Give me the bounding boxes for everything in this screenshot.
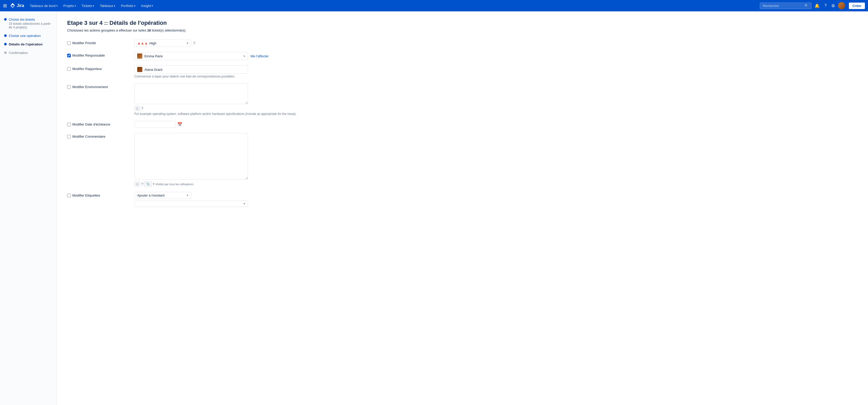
environnement-textarea[interactable] xyxy=(134,84,248,104)
search-bar[interactable]: Recherche 🔍 xyxy=(760,3,811,9)
chevron-down-icon: ▾ xyxy=(56,4,58,7)
reporter-name: Alana Grant xyxy=(145,68,162,71)
form-row-rapporteur: Modifier Rapporteur Alana Grant Commence… xyxy=(67,65,858,78)
user-avatar[interactable] xyxy=(838,2,845,9)
etiquettes-input-chevron-icon: ▾ xyxy=(244,202,245,205)
main-content: Etape 3 sur 4 :: Détails de l'opération … xyxy=(57,11,868,405)
checkbox-modifier-date-echeance[interactable] xyxy=(67,123,71,126)
reporter-avatar xyxy=(137,67,142,72)
page-description: Choisissez les actions groupées à effect… xyxy=(67,28,858,32)
label-modifier-etiquettes: Modifier Etiquettes xyxy=(72,193,100,197)
calendar-icon[interactable]: 📅 xyxy=(177,122,182,127)
sidebar-item-details-operation[interactable]: Détails de l'opération xyxy=(4,42,53,46)
commentaire-textarea[interactable] xyxy=(134,133,248,180)
checkbox-modifier-etiquettes[interactable] xyxy=(67,194,71,197)
nav-projets[interactable]: Projets ▾ xyxy=(61,3,78,9)
label-modifier-responsable: Modifier Responsable xyxy=(72,54,105,57)
form-row-date-echeance: Modifier Date d'échéance 📅 xyxy=(67,121,858,128)
label-modifier-environnement: Modifier Environnement xyxy=(72,85,108,89)
env-help-icon[interactable]: ? xyxy=(141,106,144,111)
chevron-down-icon: ▾ xyxy=(152,4,153,7)
form-row-environnement: Modifier Environnement □ ? For example o… xyxy=(67,84,858,116)
navbar: ⊞ Jira Tableaux de bord ▾ Projets ▾ Tick… xyxy=(0,0,868,11)
sidebar-dot-choisir-tickets xyxy=(4,18,7,21)
assignee-chevron-icon: ▾ xyxy=(244,55,245,58)
chevron-down-icon: ▾ xyxy=(114,4,115,7)
chevron-down-icon: ▾ xyxy=(93,4,94,7)
assign-self-link[interactable]: Me l'affecter xyxy=(251,54,269,58)
sidebar-dot-details-operation xyxy=(4,43,7,45)
notifications-icon[interactable]: 🔔 xyxy=(813,2,821,9)
priority-row: ▲▲▲ High ▾ ? xyxy=(134,39,858,47)
comment-format-btn[interactable]: □ xyxy=(134,182,140,187)
nav-tableaux[interactable]: Tableaux ▾ xyxy=(98,3,117,9)
priority-value: High xyxy=(150,41,185,45)
etiquettes-select[interactable]: Ajouter à l'existant ▾ xyxy=(134,192,191,199)
sidebar-label-choisir-operation: Choisir une opération xyxy=(9,34,41,38)
label-modifier-date-echeance: Modifier Date d'échéance xyxy=(72,122,110,126)
etiquettes-chevron-icon: ▾ xyxy=(187,194,188,197)
form-row-priorite: Modifier Priorité ▲▲▲ High ▾ ? xyxy=(67,39,858,47)
visibility-chevron[interactable]: ▾ xyxy=(153,182,154,186)
chevron-down-icon: ▾ xyxy=(134,4,135,7)
sidebar-dot-confirmation xyxy=(4,52,7,54)
nav-portfolio[interactable]: Portfolio ▾ xyxy=(119,3,137,9)
sidebar: Choisir les tickets 16 tickets sélection… xyxy=(0,11,57,405)
priority-select[interactable]: ▲▲▲ High ▾ xyxy=(134,39,191,47)
sidebar-label-details-operation: Détails de l'opération xyxy=(9,42,43,46)
checkbox-modifier-priorite[interactable] xyxy=(67,41,71,45)
page-title: Etape 3 sur 4 :: Détails de l'opération xyxy=(67,20,858,26)
label-modifier-commentaire: Modifier Commentaire xyxy=(72,134,105,138)
date-row: 📅 xyxy=(134,121,858,128)
label-modifier-priorite: Modifier Priorité xyxy=(72,41,96,45)
assignee-avatar xyxy=(137,54,142,59)
create-button[interactable]: Créer xyxy=(849,3,865,9)
checkbox-modifier-commentaire[interactable] xyxy=(67,135,71,138)
help-icon[interactable]: ? xyxy=(823,2,828,9)
chevron-down-icon: ▾ xyxy=(75,4,76,7)
env-hint: For example operating system, software p… xyxy=(134,112,858,116)
date-input[interactable] xyxy=(134,121,176,128)
search-icon: 🔍 xyxy=(804,4,809,8)
assignee-name: Emma Paris xyxy=(145,54,242,58)
checkbox-modifier-environnement[interactable] xyxy=(67,85,71,89)
assignee-select[interactable]: Emma Paris ▾ xyxy=(134,52,248,60)
sidebar-label-confirmation: Confirmation xyxy=(9,51,28,55)
page-wrapper: Choisir les tickets 16 tickets sélection… xyxy=(0,11,868,405)
visibility-text: Visible par tous les utilisateurs xyxy=(155,183,193,186)
reporter-input[interactable]: Alana Grant xyxy=(134,65,248,73)
comment-attach-btn[interactable]: 📎 xyxy=(144,181,152,187)
checkbox-modifier-rapporteur[interactable] xyxy=(67,67,71,71)
env-editor-toolbar: □ ? xyxy=(134,106,858,111)
reporter-hint: Commencer à taper pour obtenir une liste… xyxy=(134,75,858,78)
comment-help-icon[interactable]: ? xyxy=(141,182,144,186)
sidebar-label-choisir-tickets: Choisir les tickets xyxy=(9,18,53,22)
app-grid-icon[interactable]: ⊞ xyxy=(3,3,7,8)
nav-tickets[interactable]: Tickets ▾ xyxy=(80,3,96,9)
priority-chevron-icon: ▾ xyxy=(187,41,188,45)
nav-tableaux-de-bord[interactable]: Tableaux de bord ▾ xyxy=(28,3,60,9)
svg-point-0 xyxy=(12,5,13,6)
search-placeholder-text: Recherche xyxy=(763,4,779,8)
sidebar-item-choisir-operation[interactable]: Choisir une opération xyxy=(4,34,53,38)
etiquettes-select-value: Ajouter à l'existant xyxy=(137,193,164,197)
logo-text: Jira xyxy=(17,3,24,8)
sidebar-sublabel-choisir-tickets: 16 tickets sélectionnés à partir de 4 pr… xyxy=(9,22,53,29)
checkbox-modifier-responsable[interactable] xyxy=(67,54,71,57)
form-row-etiquettes: Modifier Etiquettes Ajouter à l'existant… xyxy=(67,192,858,207)
comment-editor-toolbar: □ ? 📎 ▾ Visible par tous les utilisateur… xyxy=(134,181,858,187)
sidebar-item-confirmation[interactable]: Confirmation xyxy=(4,51,53,55)
priority-high-icon: ▲▲▲ xyxy=(137,41,148,45)
etiquettes-input[interactable]: ▾ xyxy=(134,200,248,207)
sidebar-item-choisir-tickets[interactable]: Choisir les tickets 16 tickets sélection… xyxy=(4,18,53,29)
nav-insight[interactable]: Insight ▾ xyxy=(139,3,155,9)
assignee-row: Emma Paris ▾ Me l'affecter xyxy=(134,52,858,60)
env-format-btn[interactable]: □ xyxy=(134,106,140,111)
priority-help-icon[interactable]: ? xyxy=(193,41,195,45)
form-row-responsable: Modifier Responsable Emma Paris ▾ Me l'a… xyxy=(67,52,858,60)
jira-logo[interactable]: Jira xyxy=(9,3,24,9)
settings-icon[interactable]: ⚙ xyxy=(830,2,836,9)
bulk-edit-form: Modifier Priorité ▲▲▲ High ▾ ? xyxy=(67,39,858,207)
label-modifier-rapporteur: Modifier Rapporteur xyxy=(72,67,102,71)
sidebar-dot-choisir-operation xyxy=(4,34,7,37)
